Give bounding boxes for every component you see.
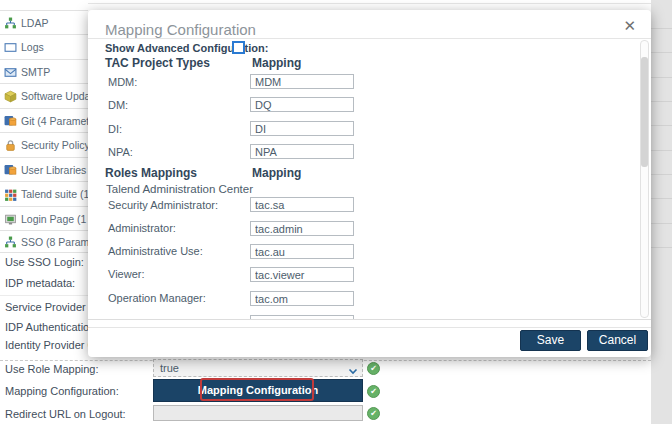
sidebar-item-sso[interactable]: SSO (8 Parameter xyxy=(0,230,88,252)
tac-project-types-header: TAC Project Types xyxy=(105,57,210,70)
valid-check-icon xyxy=(367,407,380,420)
chevron-down-icon[interactable] xyxy=(348,364,358,380)
param-label-idp-authentication: IDP Authentication xyxy=(5,321,88,334)
sidebar-item-smtp[interactable]: SMTP xyxy=(0,59,88,83)
lock-icon xyxy=(4,138,17,151)
mapping-input-partial[interactable] xyxy=(250,315,354,320)
hierarchy-icon xyxy=(4,235,17,248)
param-label-service-provider: Service Provider En xyxy=(5,301,88,314)
sidebar-item-label: User Libraries (6 P xyxy=(21,164,88,176)
tac-subheader: Talend Administration Center xyxy=(106,183,253,196)
divider xyxy=(0,295,88,296)
field-label-npa: NPA: xyxy=(108,146,133,159)
dialog-title: Mapping Configuration xyxy=(105,21,256,38)
field-label-mdm: MDM: xyxy=(108,76,137,89)
mapping-column-header: Mapping xyxy=(252,57,301,70)
dialog-scroll-area: Show Advanced Configuration: TAC Project… xyxy=(88,38,651,320)
mapping-input-administrator[interactable] xyxy=(250,221,354,236)
mapping-input-dm[interactable] xyxy=(250,97,354,112)
table-row-line xyxy=(651,198,672,199)
redirect-url-input[interactable] xyxy=(153,405,363,421)
mapping-input-mdm[interactable] xyxy=(250,74,354,89)
table-row-line xyxy=(651,77,672,78)
sidebar-item-login-page[interactable]: Login Page (1 Par xyxy=(0,206,88,230)
mapping-input-administrative-use[interactable] xyxy=(250,244,354,259)
table-row-line xyxy=(651,52,672,53)
field-label-di: DI: xyxy=(108,123,122,136)
sidebar-item-label: SMTP xyxy=(21,66,50,78)
valid-check-icon xyxy=(367,362,380,375)
field-label-administrative-use: Administrative Use: xyxy=(108,245,203,258)
package-icon xyxy=(4,89,17,102)
table-row-line xyxy=(651,174,672,175)
screen: LDAP Logs SMTP Software Update Git (4 Pa… xyxy=(0,0,672,424)
table-row-line xyxy=(651,28,672,29)
param-label-use-sso-login: Use SSO Login: xyxy=(5,256,84,269)
sidebar-item-label: Software Update xyxy=(21,90,88,102)
repo-icon xyxy=(4,114,17,127)
mapping-configuration-dialog: Mapping Configuration ✕ Show Advanced Co… xyxy=(88,10,651,357)
mapping-column-header: Mapping xyxy=(252,167,301,180)
sidebar-item-label: SSO (8 Parameter xyxy=(21,236,88,248)
mapping-input-operation-manager[interactable] xyxy=(250,291,354,306)
use-role-mapping-label: Use Role Mapping: xyxy=(5,362,99,376)
table-row-line xyxy=(651,125,672,126)
close-icon[interactable]: ✕ xyxy=(623,18,636,33)
dialog-scrollbar[interactable] xyxy=(640,40,649,318)
table-row-line xyxy=(651,150,672,151)
screen-icon xyxy=(4,212,17,225)
repo-icon xyxy=(4,163,17,176)
mapping-input-npa[interactable] xyxy=(250,144,354,159)
table-row-line xyxy=(651,247,672,248)
sidebar-item-ldap[interactable]: LDAP xyxy=(0,10,88,34)
field-label-viewer: Viewer: xyxy=(108,268,144,281)
mapping-input-di[interactable] xyxy=(250,121,354,136)
field-label-security-administrator: Security Administrator: xyxy=(108,199,218,212)
divider xyxy=(88,3,672,4)
annotation-highlight-box xyxy=(200,378,314,401)
param-label-idp-metadata: IDP metadata: xyxy=(5,277,75,290)
grid-icon xyxy=(4,187,17,200)
scrollbar-thumb[interactable] xyxy=(641,57,648,167)
param-label-identity-provider: Identity Provider Co xyxy=(5,339,88,352)
table-row-line xyxy=(651,101,672,102)
sidebar-item-logs[interactable]: Logs xyxy=(0,34,88,58)
roles-mappings-header: Roles Mappings xyxy=(105,167,197,180)
sidebar-item-label: Security Policy (3 xyxy=(21,139,88,151)
field-label-administrator: Administrator: xyxy=(108,222,176,235)
sidebar-item-user-libraries[interactable]: User Libraries (6 P xyxy=(0,157,88,181)
table-row-line xyxy=(651,223,672,224)
sidebar-item-label: Git (4 Parameters xyxy=(21,115,88,127)
sidebar-item-label: Login Page (1 Par xyxy=(21,213,88,225)
cancel-button[interactable]: Cancel xyxy=(587,330,648,351)
sidebar-item-security-policy[interactable]: Security Policy (3 xyxy=(0,132,88,156)
background-table-column xyxy=(651,0,672,424)
mapping-input-security-administrator[interactable] xyxy=(250,197,354,212)
divider xyxy=(88,327,651,328)
use-role-mapping-select[interactable]: true xyxy=(153,359,363,377)
logs-icon xyxy=(4,40,17,53)
show-advanced-checkbox[interactable] xyxy=(232,41,245,54)
sidebar-item-git[interactable]: Git (4 Parameters xyxy=(0,108,88,132)
field-label-operation-manager: Operation Manager: xyxy=(108,292,206,305)
divider xyxy=(0,252,88,253)
field-label-dm: DM: xyxy=(108,99,128,112)
sidebar-item-label: Talend suite (1 Pa xyxy=(21,188,88,200)
sidebar-item-label: Logs xyxy=(21,41,44,53)
redirect-url-label: Redirect URL on Logout: xyxy=(5,407,126,421)
sidebar-item-label: LDAP xyxy=(21,17,48,29)
use-role-mapping-value: true xyxy=(160,362,179,374)
hierarchy-icon xyxy=(4,16,17,29)
save-button[interactable]: Save xyxy=(520,330,581,351)
mapping-configuration-label: Mapping Configuration: xyxy=(5,384,119,398)
sidebar-item-software-update[interactable]: Software Update xyxy=(0,83,88,107)
mapping-input-viewer[interactable] xyxy=(250,267,354,282)
sidebar-item-talend-suite[interactable]: Talend suite (1 Pa xyxy=(0,181,88,205)
mail-icon xyxy=(4,65,17,78)
valid-check-icon xyxy=(367,385,380,398)
